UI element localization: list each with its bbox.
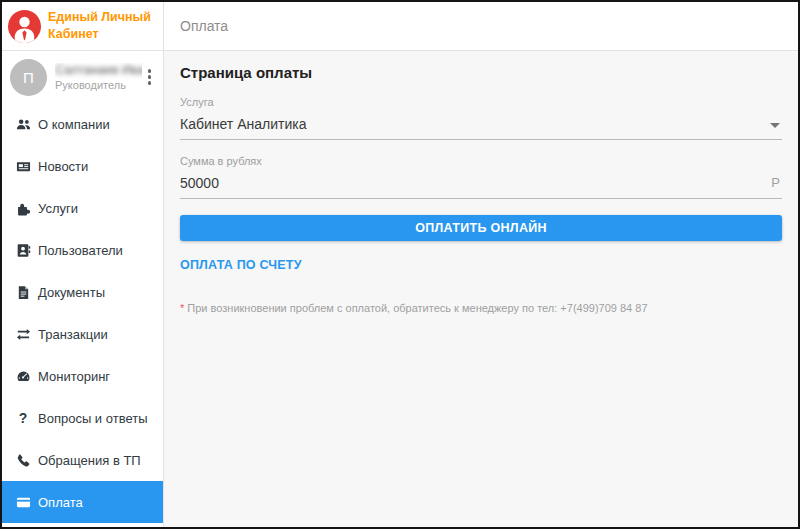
amount-value: 50000 — [180, 175, 771, 191]
newspaper-icon — [14, 159, 32, 174]
sidebar-menu: О компании Новости Услуги Пользователи — [2, 103, 163, 523]
sidebar-item-label: Оплата — [38, 495, 83, 510]
app-logo[interactable]: Единый Личный Кабинет — [2, 2, 163, 51]
tachometer-icon — [14, 369, 32, 384]
users-icon — [14, 117, 32, 132]
sidebar-item-label: Вопросы и ответы — [38, 411, 147, 426]
sidebar-item-company[interactable]: О компании — [2, 103, 163, 145]
sidebar-item-payment[interactable]: Оплата — [2, 481, 163, 523]
top-bar: Оплата — [164, 2, 798, 51]
address-book-icon — [14, 243, 32, 258]
phone-icon — [14, 453, 32, 468]
sidebar-item-label: Услуги — [38, 201, 78, 216]
payment-page: Страница оплаты Услуга Кабинет Аналитика… — [164, 51, 798, 314]
sidebar-item-label: Пользователи — [38, 243, 123, 258]
amount-input[interactable]: 50000 Р — [180, 169, 782, 199]
sidebar-item-transactions[interactable]: Транзакции — [2, 313, 163, 355]
sidebar-item-label: Новости — [38, 159, 88, 174]
sidebar-item-monitoring[interactable]: Мониторинг — [2, 355, 163, 397]
sidebar-item-label: О компании — [38, 117, 110, 132]
sidebar-item-support[interactable]: Обращения в ТП — [2, 439, 163, 481]
app-window: Единый Личный Кабинет П Салтанаев Иван Р… — [0, 0, 800, 529]
sidebar-item-services[interactable]: Услуги — [2, 187, 163, 229]
support-note-text: При возникновении проблем с оплатой, обр… — [184, 302, 647, 314]
main-area: Оплата Страница оплаты Услуга Кабинет Ан… — [164, 2, 798, 527]
service-value: Кабинет Аналитика — [180, 116, 770, 132]
question-icon: ? — [14, 410, 32, 426]
amount-field: Сумма в рублях 50000 Р — [180, 155, 782, 199]
profile-menu-button[interactable] — [142, 65, 158, 89]
user-profile: П Салтанаев Иван Руководитель — [2, 51, 163, 103]
sidebar-item-label: Мониторинг — [38, 369, 110, 384]
exchange-icon — [14, 327, 32, 342]
support-note: * При возникновении проблем с оплатой, о… — [180, 302, 782, 314]
service-select[interactable]: Кабинет Аналитика — [180, 110, 782, 140]
sidebar-item-documents[interactable]: Документы — [2, 271, 163, 313]
pay-online-button[interactable]: ОПЛАТИТЬ ОНЛАЙН — [180, 215, 782, 241]
ruble-symbol: Р — [771, 175, 780, 190]
service-field: Услуга Кабинет Аналитика — [180, 96, 782, 140]
sidebar-item-label: Обращения в ТП — [38, 453, 141, 468]
user-logo-icon — [8, 10, 41, 43]
credit-card-icon — [14, 495, 32, 510]
service-label: Услуга — [180, 96, 782, 108]
document-icon — [14, 285, 32, 300]
breadcrumb: Оплата — [180, 18, 228, 34]
pay-by-invoice-link[interactable]: ОПЛАТА ПО СЧЕТУ — [180, 258, 302, 272]
page-title: Страница оплаты — [180, 64, 782, 81]
puzzle-icon — [14, 201, 32, 216]
sidebar-item-news[interactable]: Новости — [2, 145, 163, 187]
user-role: Руководитель — [55, 79, 142, 91]
user-name-blurred: Салтанаев Иван — [55, 63, 142, 77]
sidebar: Единый Личный Кабинет П Салтанаев Иван Р… — [2, 2, 164, 527]
sidebar-item-faq[interactable]: ? Вопросы и ответы — [2, 397, 163, 439]
sidebar-item-users[interactable]: Пользователи — [2, 229, 163, 271]
sidebar-item-label: Транзакции — [38, 327, 108, 342]
avatar: П — [10, 59, 47, 96]
sidebar-item-label: Документы — [38, 285, 105, 300]
app-title: Единый Личный Кабинет — [48, 9, 151, 43]
amount-label: Сумма в рублях — [180, 155, 782, 167]
chevron-down-icon — [770, 123, 780, 128]
